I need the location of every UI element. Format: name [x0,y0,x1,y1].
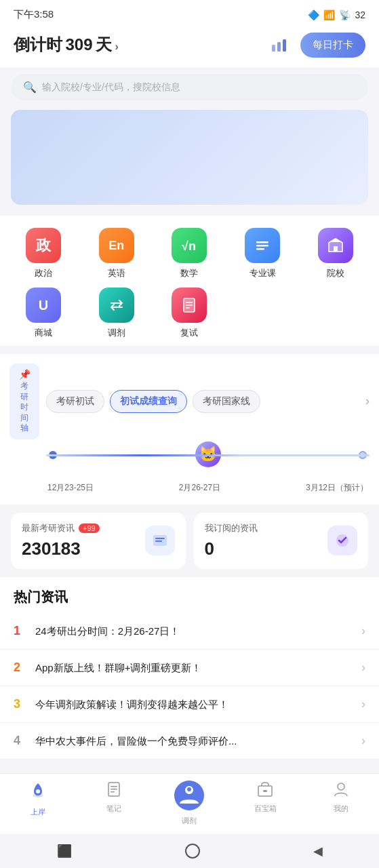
nav-item-toolbox[interactable]: 百宝箱 [227,781,303,826]
nav-notes-icon [105,781,123,801]
nav-transfer-icon [174,781,204,813]
svg-rect-14 [155,538,165,539]
nav-home-icon [28,781,47,804]
date-2: 2月26-27日 [179,482,220,494]
news-rank-2: 2 [14,660,27,675]
main-header: 倒计时 309 天 › 每日打卡 [0,26,379,67]
bluetooth-icon: 🔷 [308,9,319,20]
svg-rect-4 [256,241,268,243]
banner-carousel[interactable] [11,110,368,205]
svg-point-27 [338,783,344,790]
status-icons: 🔷 📶 📡 32 [308,9,365,20]
latest-news-title-row: 最新考研资讯 +99 [22,522,100,534]
svg-rect-15 [155,540,162,542]
date-1: 12月23-25日 [47,482,94,494]
tab-initial-exam[interactable]: 考研初试 [46,390,104,413]
nav-item-notes[interactable]: 笔记 [76,781,152,826]
timeline-label: 📌 考研时间轴 [9,363,39,439]
status-time: 下午3:58 [14,8,54,21]
nav-item-home[interactable]: 上岸 [0,781,76,826]
countdown-display[interactable]: 倒计时 309 天 › [14,34,119,56]
battery-indicator: 32 [355,9,365,20]
grid-item-math[interactable]: √n 数学 [153,228,226,279]
news-counts-section: 最新考研资讯 +99 230183 我订阅的资讯 0 [11,513,368,569]
subscribed-news-title: 我订阅的资讯 [205,522,258,534]
daily-checkin-button[interactable]: 每日打卡 [300,33,365,58]
tab-national-line[interactable]: 考研国家线 [193,390,260,413]
math-label: 数学 [180,267,198,279]
news-rank-4: 4 [14,734,27,748]
android-nav-bar: ⬛ ◀ [0,834,379,868]
timeline-next-arrow[interactable]: › [365,363,370,439]
latest-news-left: 最新考研资讯 +99 230183 [22,522,100,559]
countdown-label: 倒计时 [14,35,62,54]
grid-item-schools[interactable]: 院校 [299,228,372,279]
android-circle-btn[interactable] [185,844,200,859]
nav-profile-icon [332,781,350,801]
svg-rect-5 [256,245,268,247]
politics-label: 政治 [35,267,52,279]
grid-item-specialty[interactable]: 专业课 [226,228,299,279]
schools-icon [318,228,353,263]
hot-news-section: 热门资讯 1 24考研出分时间：2月26-27日！ › 2 App新版上线！群聊… [0,577,379,760]
grid-item-english[interactable]: En 英语 [80,228,153,279]
grid-item-politics[interactable]: 政 政治 [7,228,80,279]
nav-toolbox-label: 百宝箱 [254,804,277,814]
svg-rect-12 [186,307,190,309]
latest-news-icon [145,526,175,555]
subscribed-news-count: 0 [205,538,258,559]
news-item-4[interactable]: 4 华中农大事件后，冒险做一个免费导师评价... › [0,723,379,760]
news-chevron-4: › [361,734,365,748]
nav-item-transfer[interactable]: 调剂 [152,781,228,826]
svg-marker-8 [329,238,342,242]
english-icon: En [99,228,134,263]
specialty-label: 专业课 [250,267,276,279]
bottom-nav: 上岸 笔记 调剂 [0,773,379,834]
tab-score-query[interactable]: 初试成绩查询 [110,390,187,413]
signal-icon: 📶 [323,9,335,20]
countdown-arrow: › [115,41,118,52]
english-label: 英语 [108,267,125,279]
timeline-chars: 考研时间轴 [20,381,28,434]
svg-rect-21 [111,791,115,793]
news-item-1[interactable]: 1 24考研出分时间：2月26-27日！ › [0,613,379,650]
search-bar[interactable]: 🔍 输入院校/专业/代码，搜院校信息 [11,74,368,100]
timeline-track: 🐱 12月23-25日 2月26-27日 3月12日（预计） [46,449,370,494]
search-icon: 🔍 [23,81,37,94]
timeline-line [46,454,370,456]
svg-point-22 [174,781,204,810]
android-back-btn[interactable]: ◀ [313,844,323,859]
news-chevron-3: › [361,697,365,711]
hot-news-title: 热门资讯 [0,577,379,613]
grid-item-transfer[interactable]: 调剂 [80,288,153,339]
countdown-days: 309 [65,35,92,54]
timeline-header: 📌 考研时间轴 考研初试 初试成绩查询 考研国家线 › [0,363,379,439]
grid-empty-4 [226,288,299,339]
retest-label: 复试 [180,327,198,339]
svg-rect-7 [334,246,338,252]
transfer-icon [99,288,134,323]
chart-button[interactable] [266,32,292,58]
news-chevron-2: › [361,660,365,675]
svg-rect-19 [111,786,117,787]
nav-item-profile[interactable]: 我的 [303,781,379,826]
svg-rect-10 [186,302,193,303]
news-rank-1: 1 [14,624,27,638]
svg-rect-11 [186,304,193,306]
latest-news-card[interactable]: 最新考研资讯 +99 230183 [11,513,186,569]
timeline-tabs: 考研初试 初试成绩查询 考研国家线 [46,363,359,439]
transfer-label: 调剂 [108,327,125,339]
grid-item-retest[interactable]: 复试 [153,288,226,339]
svg-rect-0 [272,45,275,52]
nav-notes-label: 笔记 [106,804,121,814]
search-placeholder-text: 输入院校/专业/代码，搜院校信息 [42,81,180,94]
news-item-2[interactable]: 2 App新版上线！群聊+调剂重磅更新！ › [0,650,379,686]
android-square-btn[interactable]: ⬛ [57,844,72,859]
wifi-icon: 📡 [339,9,351,20]
svg-rect-2 [283,39,286,52]
grid-item-shop[interactable]: U 商城 [7,288,80,339]
subscribed-news-card[interactable]: 我订阅的资讯 0 [194,513,369,569]
subscribed-news-icon [327,526,357,555]
news-item-3[interactable]: 3 今年调剂政策解读！调剂变得越来越公平！ › [0,686,379,723]
svg-rect-1 [277,42,281,52]
